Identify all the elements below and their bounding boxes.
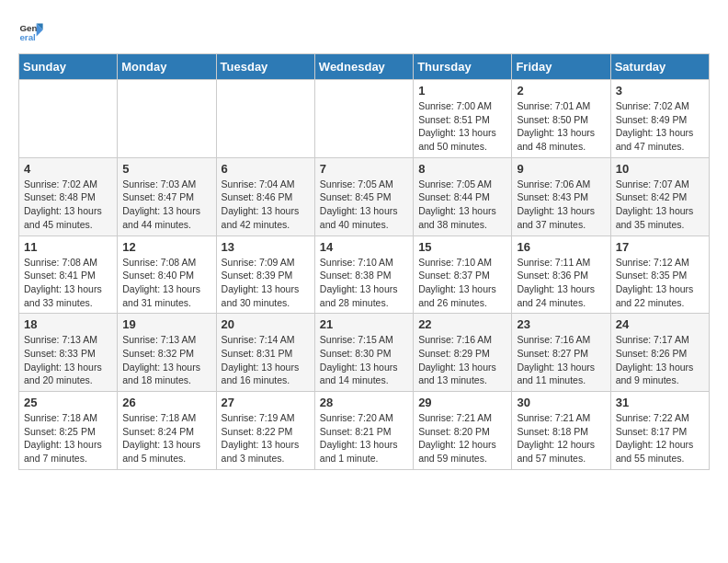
day-of-week-header: Sunday [19,54,118,80]
calendar-cell: 19Sunrise: 7:13 AM Sunset: 8:32 PM Dayli… [118,314,216,392]
calendar-cell: 13Sunrise: 7:09 AM Sunset: 8:39 PM Dayli… [216,236,314,314]
calendar-cell: 23Sunrise: 7:16 AM Sunset: 8:27 PM Dayli… [512,314,610,392]
day-info: Sunrise: 7:04 AM Sunset: 8:46 PM Dayligh… [222,178,310,232]
day-info: Sunrise: 7:16 AM Sunset: 8:27 PM Dayligh… [517,333,605,387]
day-number: 6 [222,162,310,176]
calendar-cell: 16Sunrise: 7:11 AM Sunset: 8:36 PM Dayli… [512,236,610,314]
day-number: 16 [517,240,605,254]
day-number: 26 [122,396,210,409]
calendar-cell: 27Sunrise: 7:19 AM Sunset: 8:22 PM Dayli… [216,392,314,470]
day-of-week-header: Saturday [610,54,709,80]
day-number: 5 [122,162,210,176]
calendar-cell: 30Sunrise: 7:21 AM Sunset: 8:18 PM Dayli… [512,392,610,470]
day-info: Sunrise: 7:03 AM Sunset: 8:47 PM Dayligh… [122,178,210,232]
day-number: 13 [222,240,310,254]
day-info: Sunrise: 7:02 AM Sunset: 8:48 PM Dayligh… [24,178,112,232]
day-info: Sunrise: 7:10 AM Sunset: 8:37 PM Dayligh… [418,256,506,310]
day-info: Sunrise: 7:05 AM Sunset: 8:44 PM Dayligh… [418,178,506,232]
day-number: 27 [222,396,310,409]
day-info: Sunrise: 7:08 AM Sunset: 8:40 PM Dayligh… [122,256,210,310]
day-info: Sunrise: 7:00 AM Sunset: 8:51 PM Dayligh… [418,99,506,154]
day-of-week-header: Tuesday [216,54,314,80]
calendar-cell: 18Sunrise: 7:13 AM Sunset: 8:33 PM Dayli… [19,314,118,392]
calendar-cell: 12Sunrise: 7:08 AM Sunset: 8:40 PM Dayli… [118,236,216,314]
calendar-cell: 1Sunrise: 7:00 AM Sunset: 8:51 PM Daylig… [414,80,512,158]
calendar-cell: 7Sunrise: 7:05 AM Sunset: 8:45 PM Daylig… [314,157,413,236]
day-info: Sunrise: 7:18 AM Sunset: 8:24 PM Dayligh… [122,411,210,465]
day-info: Sunrise: 7:06 AM Sunset: 8:43 PM Dayligh… [517,178,605,232]
calendar-week-row: 18Sunrise: 7:13 AM Sunset: 8:33 PM Dayli… [19,314,710,392]
page-header: Gen eral [18,18,710,44]
calendar-table: SundayMondayTuesdayWednesdayThursdayFrid… [18,53,710,470]
day-info: Sunrise: 7:18 AM Sunset: 8:25 PM Dayligh… [24,411,112,465]
day-number: 23 [517,317,605,331]
day-of-week-header: Thursday [414,54,512,80]
day-info: Sunrise: 7:14 AM Sunset: 8:31 PM Dayligh… [222,333,310,387]
calendar-cell: 4Sunrise: 7:02 AM Sunset: 8:48 PM Daylig… [19,157,118,236]
day-info: Sunrise: 7:21 AM Sunset: 8:18 PM Dayligh… [517,411,605,465]
calendar-cell: 10Sunrise: 7:07 AM Sunset: 8:42 PM Dayli… [610,157,709,236]
day-info: Sunrise: 7:11 AM Sunset: 8:36 PM Dayligh… [517,256,605,310]
day-of-week-header: Friday [512,54,610,80]
day-info: Sunrise: 7:13 AM Sunset: 8:32 PM Dayligh… [122,333,210,387]
calendar-cell: 5Sunrise: 7:03 AM Sunset: 8:47 PM Daylig… [118,157,216,236]
calendar-cell: 8Sunrise: 7:05 AM Sunset: 8:44 PM Daylig… [414,157,512,236]
day-of-week-header: Wednesday [314,54,413,80]
calendar-cell: 21Sunrise: 7:15 AM Sunset: 8:30 PM Dayli… [314,314,413,392]
calendar-week-row: 1Sunrise: 7:00 AM Sunset: 8:51 PM Daylig… [19,80,710,158]
calendar-cell [216,80,314,158]
day-number: 14 [320,240,408,254]
day-number: 20 [222,317,310,331]
calendar-cell [19,80,118,158]
calendar-cell: 2Sunrise: 7:01 AM Sunset: 8:50 PM Daylig… [512,80,610,158]
day-number: 29 [418,396,506,409]
logo: Gen eral [18,18,48,44]
day-number: 2 [517,84,605,98]
day-number: 19 [122,317,210,331]
calendar-cell: 24Sunrise: 7:17 AM Sunset: 8:26 PM Dayli… [610,314,709,392]
calendar-cell: 25Sunrise: 7:18 AM Sunset: 8:25 PM Dayli… [19,392,118,470]
calendar-week-row: 4Sunrise: 7:02 AM Sunset: 8:48 PM Daylig… [19,157,710,236]
day-number: 28 [320,396,408,409]
calendar-cell: 3Sunrise: 7:02 AM Sunset: 8:49 PM Daylig… [610,80,709,158]
calendar-cell: 14Sunrise: 7:10 AM Sunset: 8:38 PM Dayli… [314,236,413,314]
svg-text:eral: eral [19,32,36,42]
day-number: 22 [418,317,506,331]
day-number: 3 [616,84,704,98]
calendar-cell: 17Sunrise: 7:12 AM Sunset: 8:35 PM Dayli… [610,236,709,314]
calendar-cell: 26Sunrise: 7:18 AM Sunset: 8:24 PM Dayli… [118,392,216,470]
calendar-cell: 6Sunrise: 7:04 AM Sunset: 8:46 PM Daylig… [216,157,314,236]
day-number: 25 [24,396,112,409]
day-number: 11 [24,240,112,254]
day-info: Sunrise: 7:01 AM Sunset: 8:50 PM Dayligh… [517,99,605,154]
calendar-week-row: 11Sunrise: 7:08 AM Sunset: 8:41 PM Dayli… [19,236,710,314]
calendar-cell [118,80,216,158]
day-info: Sunrise: 7:09 AM Sunset: 8:39 PM Dayligh… [222,256,310,310]
day-info: Sunrise: 7:12 AM Sunset: 8:35 PM Dayligh… [616,256,704,310]
day-number: 4 [24,162,112,176]
day-info: Sunrise: 7:21 AM Sunset: 8:20 PM Dayligh… [418,411,506,465]
day-info: Sunrise: 7:22 AM Sunset: 8:17 PM Dayligh… [616,411,704,465]
calendar-cell [314,80,413,158]
day-number: 8 [418,162,506,176]
day-info: Sunrise: 7:15 AM Sunset: 8:30 PM Dayligh… [320,333,408,387]
calendar-cell: 11Sunrise: 7:08 AM Sunset: 8:41 PM Dayli… [19,236,118,314]
calendar-cell: 20Sunrise: 7:14 AM Sunset: 8:31 PM Dayli… [216,314,314,392]
day-info: Sunrise: 7:19 AM Sunset: 8:22 PM Dayligh… [222,411,310,465]
calendar-header-row: SundayMondayTuesdayWednesdayThursdayFrid… [19,54,710,80]
calendar-cell: 29Sunrise: 7:21 AM Sunset: 8:20 PM Dayli… [414,392,512,470]
calendar-cell: 28Sunrise: 7:20 AM Sunset: 8:21 PM Dayli… [314,392,413,470]
day-number: 15 [418,240,506,254]
day-number: 24 [616,317,704,331]
calendar-cell: 22Sunrise: 7:16 AM Sunset: 8:29 PM Dayli… [414,314,512,392]
day-number: 12 [122,240,210,254]
day-info: Sunrise: 7:05 AM Sunset: 8:45 PM Dayligh… [320,178,408,232]
day-number: 31 [616,396,704,409]
day-info: Sunrise: 7:13 AM Sunset: 8:33 PM Dayligh… [24,333,112,387]
day-info: Sunrise: 7:08 AM Sunset: 8:41 PM Dayligh… [24,256,112,310]
day-number: 9 [517,162,605,176]
day-number: 10 [616,162,704,176]
logo-icon: Gen eral [18,18,44,44]
calendar-cell: 31Sunrise: 7:22 AM Sunset: 8:17 PM Dayli… [610,392,709,470]
day-number: 18 [24,317,112,331]
